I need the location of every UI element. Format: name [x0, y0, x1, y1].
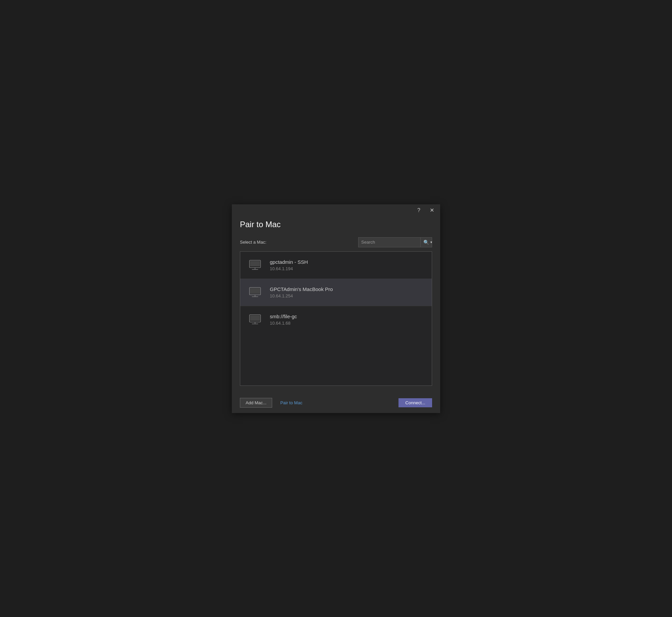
help-button[interactable]: ? [415, 207, 422, 214]
mac-list-item[interactable]: GPCTAdmin's MacBook Pro 10.64.1.254 [240, 279, 432, 306]
toolbar: Select a Mac: 🔍 ▼ [240, 237, 432, 247]
dialog-title: Pair to Mac [240, 220, 432, 229]
mac-ip: 10.64.1.254 [270, 293, 333, 298]
mac-ip: 10.64.1.68 [270, 321, 297, 326]
svg-rect-7 [250, 288, 260, 294]
footer-left: Add Mac... Pair to Mac [240, 398, 304, 408]
add-mac-button[interactable]: Add Mac... [240, 398, 272, 408]
mac-ip: 10.64.1.194 [270, 266, 308, 271]
mac-computer-icon [247, 257, 263, 273]
search-dropdown-icon: ▼ [430, 241, 433, 244]
search-input[interactable] [359, 238, 420, 247]
select-label: Select a Mac: [240, 240, 266, 245]
mac-name: gpctadmin - SSH [270, 259, 308, 265]
pair-to-mac-dialog: ? ✕ Pair to Mac Select a Mac: 🔍 ▼ [232, 204, 440, 413]
connect-button[interactable]: Connect... [398, 398, 432, 407]
mac-computer-icon [247, 284, 263, 300]
mac-list: gpctadmin - SSH 10.64.1.194 GPCTAdmin's … [240, 251, 432, 386]
mac-name: GPCTAdmin's MacBook Pro [270, 286, 333, 292]
dialog-body: Pair to Mac Select a Mac: 🔍 ▼ [232, 216, 440, 393]
mac-list-item[interactable]: smb://file-gc 10.64.1.68 [240, 306, 432, 333]
title-bar: ? ✕ [232, 204, 440, 216]
search-icon: 🔍 [423, 240, 429, 245]
pair-to-mac-button[interactable]: Pair to Mac [279, 398, 304, 407]
svg-rect-3 [250, 261, 260, 266]
mac-name: smb://file-gc [270, 314, 297, 319]
search-button[interactable]: 🔍 ▼ [420, 238, 435, 247]
mac-info: GPCTAdmin's MacBook Pro 10.64.1.254 [270, 286, 333, 298]
mac-list-item[interactable]: gpctadmin - SSH 10.64.1.194 [240, 252, 432, 279]
search-container: 🔍 ▼ [358, 237, 432, 247]
svg-rect-11 [250, 315, 260, 321]
mac-info: smb://file-gc 10.64.1.68 [270, 314, 297, 326]
dialog-footer: Add Mac... Pair to Mac Connect... [232, 393, 440, 413]
mac-info: gpctadmin - SSH 10.64.1.194 [270, 259, 308, 271]
close-button[interactable]: ✕ [428, 207, 436, 214]
mac-computer-icon [247, 312, 263, 328]
